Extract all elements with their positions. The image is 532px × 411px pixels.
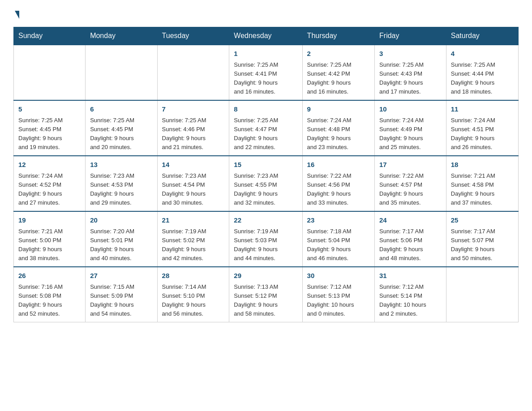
weekday-header-row: SundayMondayTuesdayWednesdayThursdayFrid… — [14, 27, 519, 45]
day-info: Sunrise: 7:16 AM Sunset: 5:08 PM Dayligh… — [18, 283, 81, 319]
calendar-cell: 28Sunrise: 7:14 AM Sunset: 5:10 PM Dayli… — [157, 267, 229, 322]
day-info: Sunrise: 7:25 AM Sunset: 4:46 PM Dayligh… — [162, 116, 225, 152]
day-info: Sunrise: 7:24 AM Sunset: 4:49 PM Dayligh… — [379, 116, 442, 152]
day-number: 6 — [90, 104, 152, 115]
day-number: 21 — [162, 215, 225, 226]
day-info: Sunrise: 7:25 AM Sunset: 4:45 PM Dayligh… — [90, 116, 152, 152]
calendar-cell: 7Sunrise: 7:25 AM Sunset: 4:46 PM Daylig… — [157, 100, 229, 156]
calendar-cell: 18Sunrise: 7:21 AM Sunset: 4:58 PM Dayli… — [446, 156, 518, 211]
day-number: 20 — [90, 215, 152, 226]
calendar-cell: 12Sunrise: 7:24 AM Sunset: 4:52 PM Dayli… — [14, 156, 86, 211]
week-row: 12Sunrise: 7:24 AM Sunset: 4:52 PM Dayli… — [14, 156, 519, 211]
calendar-cell: 22Sunrise: 7:19 AM Sunset: 5:03 PM Dayli… — [229, 211, 302, 267]
weekday-header: Sunday — [14, 27, 86, 45]
day-info: Sunrise: 7:22 AM Sunset: 4:56 PM Dayligh… — [307, 171, 370, 208]
calendar-cell: 31Sunrise: 7:12 AM Sunset: 5:14 PM Dayli… — [375, 267, 446, 322]
day-number: 17 — [379, 160, 442, 170]
calendar-cell: 9Sunrise: 7:24 AM Sunset: 4:48 PM Daylig… — [302, 100, 374, 156]
day-info: Sunrise: 7:25 AM Sunset: 4:43 PM Dayligh… — [379, 60, 442, 97]
week-row: 19Sunrise: 7:21 AM Sunset: 5:00 PM Dayli… — [14, 211, 519, 267]
calendar-cell: 27Sunrise: 7:15 AM Sunset: 5:09 PM Dayli… — [86, 267, 157, 322]
logo-triangle-icon — [15, 11, 19, 19]
day-info: Sunrise: 7:15 AM Sunset: 5:09 PM Dayligh… — [90, 283, 152, 319]
day-number: 23 — [307, 215, 370, 226]
weekday-header: Friday — [375, 27, 446, 45]
day-info: Sunrise: 7:25 AM Sunset: 4:44 PM Dayligh… — [451, 60, 514, 97]
calendar-cell: 15Sunrise: 7:23 AM Sunset: 4:55 PM Dayli… — [229, 156, 302, 211]
day-info: Sunrise: 7:19 AM Sunset: 5:03 PM Dayligh… — [234, 227, 297, 263]
calendar-cell — [86, 45, 157, 100]
calendar-cell: 25Sunrise: 7:17 AM Sunset: 5:07 PM Dayli… — [446, 211, 518, 267]
day-number: 9 — [307, 104, 370, 115]
calendar-cell: 26Sunrise: 7:16 AM Sunset: 5:08 PM Dayli… — [14, 267, 86, 322]
day-number: 27 — [90, 271, 152, 281]
day-number: 1 — [234, 49, 297, 59]
day-info: Sunrise: 7:13 AM Sunset: 5:12 PM Dayligh… — [234, 283, 297, 319]
calendar-cell: 29Sunrise: 7:13 AM Sunset: 5:12 PM Dayli… — [229, 267, 302, 322]
day-info: Sunrise: 7:21 AM Sunset: 5:00 PM Dayligh… — [18, 227, 81, 263]
day-number: 31 — [379, 271, 442, 281]
calendar-cell: 24Sunrise: 7:17 AM Sunset: 5:06 PM Dayli… — [375, 211, 446, 267]
day-info: Sunrise: 7:24 AM Sunset: 4:52 PM Dayligh… — [18, 171, 81, 208]
calendar-cell — [14, 45, 86, 100]
day-info: Sunrise: 7:25 AM Sunset: 4:47 PM Dayligh… — [234, 116, 297, 152]
weekday-header: Saturday — [446, 27, 518, 45]
day-info: Sunrise: 7:12 AM Sunset: 5:14 PM Dayligh… — [379, 283, 442, 319]
day-number: 29 — [234, 271, 297, 281]
calendar-cell: 6Sunrise: 7:25 AM Sunset: 4:45 PM Daylig… — [86, 100, 157, 156]
day-info: Sunrise: 7:25 AM Sunset: 4:45 PM Dayligh… — [18, 116, 81, 152]
calendar-cell: 11Sunrise: 7:24 AM Sunset: 4:51 PM Dayli… — [446, 100, 518, 156]
day-number: 30 — [307, 271, 370, 281]
day-info: Sunrise: 7:20 AM Sunset: 5:01 PM Dayligh… — [90, 227, 152, 263]
day-info: Sunrise: 7:19 AM Sunset: 5:02 PM Dayligh… — [162, 227, 225, 263]
calendar-cell: 17Sunrise: 7:22 AM Sunset: 4:57 PM Dayli… — [375, 156, 446, 211]
day-info: Sunrise: 7:24 AM Sunset: 4:51 PM Dayligh… — [451, 116, 514, 152]
day-number: 16 — [307, 160, 370, 170]
day-number: 10 — [379, 104, 442, 115]
day-info: Sunrise: 7:18 AM Sunset: 5:04 PM Dayligh… — [307, 227, 370, 263]
day-info: Sunrise: 7:21 AM Sunset: 4:58 PM Dayligh… — [451, 171, 514, 208]
calendar-cell: 14Sunrise: 7:23 AM Sunset: 4:54 PM Dayli… — [157, 156, 229, 211]
page-header — [13, 9, 519, 19]
day-number: 15 — [234, 160, 297, 170]
day-info: Sunrise: 7:17 AM Sunset: 5:07 PM Dayligh… — [451, 227, 514, 263]
day-number: 12 — [18, 160, 81, 170]
day-info: Sunrise: 7:17 AM Sunset: 5:06 PM Dayligh… — [379, 227, 442, 263]
day-info: Sunrise: 7:23 AM Sunset: 4:54 PM Dayligh… — [162, 171, 225, 208]
day-number: 13 — [90, 160, 152, 170]
day-info: Sunrise: 7:24 AM Sunset: 4:48 PM Dayligh… — [307, 116, 370, 152]
calendar-cell: 2Sunrise: 7:25 AM Sunset: 4:42 PM Daylig… — [302, 45, 374, 100]
calendar-cell: 5Sunrise: 7:25 AM Sunset: 4:45 PM Daylig… — [14, 100, 86, 156]
day-number: 24 — [379, 215, 442, 226]
calendar-cell — [446, 267, 518, 322]
calendar-cell: 19Sunrise: 7:21 AM Sunset: 5:00 PM Dayli… — [14, 211, 86, 267]
day-info: Sunrise: 7:22 AM Sunset: 4:57 PM Dayligh… — [379, 171, 442, 208]
day-number: 14 — [162, 160, 225, 170]
weekday-header: Tuesday — [157, 27, 229, 45]
calendar-cell: 30Sunrise: 7:12 AM Sunset: 5:13 PM Dayli… — [302, 267, 374, 322]
day-info: Sunrise: 7:23 AM Sunset: 4:53 PM Dayligh… — [90, 171, 152, 208]
calendar-cell: 16Sunrise: 7:22 AM Sunset: 4:56 PM Dayli… — [302, 156, 374, 211]
calendar-cell: 3Sunrise: 7:25 AM Sunset: 4:43 PM Daylig… — [375, 45, 446, 100]
day-number: 26 — [18, 271, 81, 281]
calendar-cell: 13Sunrise: 7:23 AM Sunset: 4:53 PM Dayli… — [86, 156, 157, 211]
calendar-cell — [157, 45, 229, 100]
calendar-table: SundayMondayTuesdayWednesdayThursdayFrid… — [13, 27, 519, 322]
calendar-cell: 4Sunrise: 7:25 AM Sunset: 4:44 PM Daylig… — [446, 45, 518, 100]
day-number: 11 — [451, 104, 514, 115]
day-number: 2 — [307, 49, 370, 59]
day-number: 4 — [451, 49, 514, 59]
logo — [13, 9, 19, 19]
day-number: 19 — [18, 215, 81, 226]
day-number: 3 — [379, 49, 442, 59]
day-info: Sunrise: 7:14 AM Sunset: 5:10 PM Dayligh… — [162, 283, 225, 319]
week-row: 5Sunrise: 7:25 AM Sunset: 4:45 PM Daylig… — [14, 100, 519, 156]
calendar-cell: 10Sunrise: 7:24 AM Sunset: 4:49 PM Dayli… — [375, 100, 446, 156]
day-number: 18 — [451, 160, 514, 170]
week-row: 1Sunrise: 7:25 AM Sunset: 4:41 PM Daylig… — [14, 45, 519, 100]
week-row: 26Sunrise: 7:16 AM Sunset: 5:08 PM Dayli… — [14, 267, 519, 322]
day-info: Sunrise: 7:25 AM Sunset: 4:42 PM Dayligh… — [307, 60, 370, 97]
day-number: 28 — [162, 271, 225, 281]
calendar-cell: 21Sunrise: 7:19 AM Sunset: 5:02 PM Dayli… — [157, 211, 229, 267]
day-info: Sunrise: 7:23 AM Sunset: 4:55 PM Dayligh… — [234, 171, 297, 208]
